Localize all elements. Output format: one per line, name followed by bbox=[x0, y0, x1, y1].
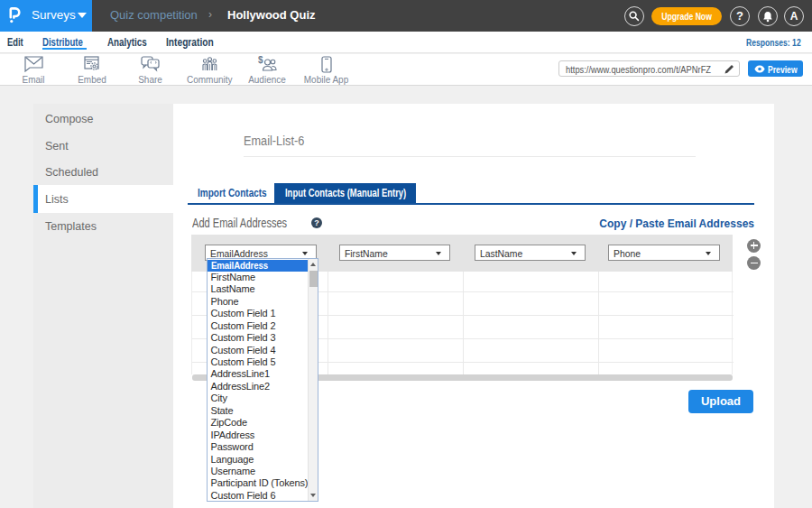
svg-text:$: $ bbox=[258, 55, 263, 65]
